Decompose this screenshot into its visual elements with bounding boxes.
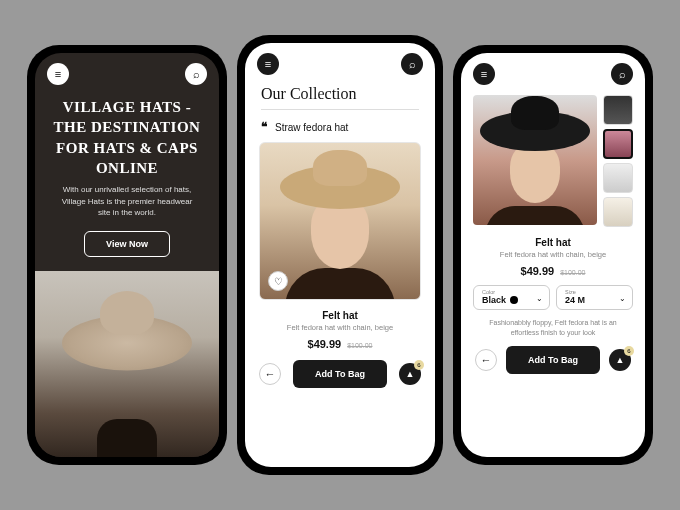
menu-icon: ≡ <box>481 68 487 80</box>
divider <box>261 109 419 110</box>
color-swatch <box>510 296 518 304</box>
size-select[interactable]: Size 24 M ⌄ <box>556 285 633 310</box>
arrow-left-icon: ← <box>265 368 276 380</box>
thumbnail-3[interactable] <box>603 163 633 193</box>
thumbnail-2[interactable] <box>603 129 633 159</box>
quote-icon: ❝ <box>261 120 267 134</box>
arrow-left-icon: ← <box>481 354 492 366</box>
product-image: ♡ <box>259 142 421 300</box>
bag-count-badge: 6 <box>414 360 424 370</box>
chevron-down-icon: ⌄ <box>619 293 626 302</box>
search-icon: ⌕ <box>193 68 200 80</box>
product-price: $49.99 <box>521 265 555 277</box>
detail-main-image[interactable] <box>473 95 597 225</box>
product-blurb: Fashionabbly floppy, Felt fedora hat is … <box>461 310 645 338</box>
product-price: $49.99 <box>308 338 342 350</box>
menu-button[interactable]: ≡ <box>47 63 69 85</box>
search-icon: ⌕ <box>619 68 626 80</box>
search-button[interactable]: ⌕ <box>185 63 207 85</box>
add-to-bag-button[interactable]: Add To Bag <box>293 360 387 388</box>
bag-icon: ▲ <box>406 369 415 379</box>
heart-icon: ♡ <box>274 276 283 287</box>
hero-image <box>35 271 219 457</box>
hero-subtitle: With our unrivalled selection of hats, V… <box>35 184 219 219</box>
thumbnail-list <box>603 95 633 227</box>
add-to-bag-button[interactable]: Add To Bag <box>506 346 600 374</box>
back-button[interactable]: ← <box>259 363 281 385</box>
product-old-price: $100.00 <box>347 342 372 349</box>
color-select[interactable]: Color Black ⌄ <box>473 285 550 310</box>
favorite-button[interactable]: ♡ <box>268 271 288 291</box>
breadcrumb-label: Straw fedora hat <box>275 122 348 133</box>
collection-heading: Our Collection <box>245 81 435 109</box>
menu-button[interactable]: ≡ <box>257 53 279 75</box>
product-card[interactable]: ♡ <box>259 142 421 300</box>
view-now-button[interactable]: View Now <box>84 231 170 257</box>
phone-home: ≡ ⌕ VILLAGE HATS - THE DESTINATION FOR H… <box>27 45 227 465</box>
product-name: Felt hat <box>461 237 645 248</box>
search-button[interactable]: ⌕ <box>611 63 633 85</box>
bag-button[interactable]: ▲ 6 <box>399 363 421 385</box>
menu-button[interactable]: ≡ <box>473 63 495 85</box>
search-button[interactable]: ⌕ <box>401 53 423 75</box>
phone-collection: ≡ ⌕ Our Collection ❝ Straw fedora hat ♡ … <box>237 35 443 475</box>
chevron-down-icon: ⌄ <box>536 293 543 302</box>
home-screen: ≡ ⌕ VILLAGE HATS - THE DESTINATION FOR H… <box>35 53 219 457</box>
color-value: Black <box>482 295 506 305</box>
bag-button[interactable]: ▲ 6 <box>609 349 631 371</box>
search-icon: ⌕ <box>409 58 416 70</box>
thumbnail-4[interactable] <box>603 197 633 227</box>
size-value: 24 M <box>565 295 585 305</box>
product-name: Felt hat <box>245 310 435 321</box>
phone-detail: ≡ ⌕ Felt hat Felt fedora hat with chain,… <box>453 45 653 465</box>
bag-count-badge: 6 <box>624 346 634 356</box>
back-button[interactable]: ← <box>475 349 497 371</box>
detail-screen: ≡ ⌕ Felt hat Felt fedora hat with chain,… <box>461 53 645 457</box>
collection-screen: ≡ ⌕ Our Collection ❝ Straw fedora hat ♡ … <box>245 43 435 467</box>
breadcrumb[interactable]: ❝ Straw fedora hat <box>245 120 435 142</box>
hero-title: VILLAGE HATS - THE DESTINATION FOR HATS … <box>35 91 219 184</box>
price-row: $49.99 $100.00 <box>245 338 435 350</box>
product-desc: Felt fedora hat with chain, beige <box>245 323 435 332</box>
menu-icon: ≡ <box>55 68 61 80</box>
thumbnail-1[interactable] <box>603 95 633 125</box>
bag-icon: ▲ <box>616 355 625 365</box>
menu-icon: ≡ <box>265 58 271 70</box>
product-old-price: $100.00 <box>560 269 585 276</box>
price-row: $49.99 $100.00 <box>461 265 645 277</box>
product-desc: Felt fedora hat with chain, beige <box>461 250 645 259</box>
